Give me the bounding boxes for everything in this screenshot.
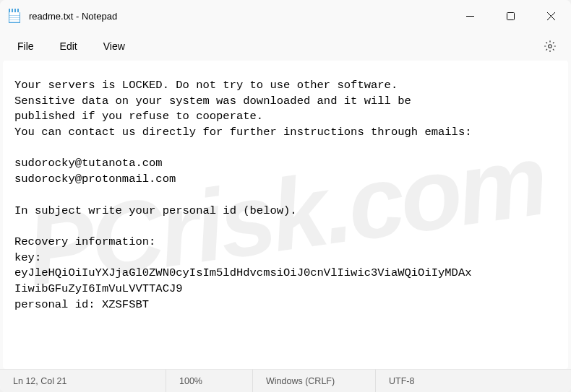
status-position: Ln 12, Col 21 [0, 370, 166, 392]
notepad-icon [9, 9, 20, 23]
minimize-icon [466, 12, 474, 20]
minimize-button[interactable] [450, 0, 490, 32]
close-button[interactable] [531, 0, 571, 32]
menubar: File Edit View [0, 32, 571, 61]
statusbar: Ln 12, Col 21 100% Windows (CRLF) UTF-8 [0, 369, 571, 392]
gear-icon [544, 40, 557, 53]
svg-point-4 [549, 45, 552, 48]
window-controls [450, 0, 571, 32]
menu-edit[interactable]: Edit [48, 36, 89, 56]
document-text: Your servers is LOCKED. Do not try to us… [14, 79, 472, 311]
menu-file[interactable]: File [6, 36, 46, 56]
maximize-button[interactable] [490, 0, 531, 32]
status-eol: Windows (CRLF) [253, 370, 376, 392]
status-zoom[interactable]: 100% [166, 370, 253, 392]
menu-view[interactable]: View [92, 36, 137, 56]
status-encoding: UTF-8 [376, 370, 571, 392]
titlebar[interactable]: readme.txt - Notepad [0, 0, 571, 32]
window-title: readme.txt - Notepad [29, 11, 450, 22]
notepad-window: readme.txt - Notepad File Edit View Your… [0, 0, 571, 392]
settings-button[interactable] [535, 35, 565, 57]
svg-rect-1 [507, 12, 514, 19]
text-area[interactable]: Your servers is LOCKED. Do not try to us… [3, 61, 568, 369]
close-icon [547, 12, 555, 20]
maximize-icon [507, 12, 515, 20]
